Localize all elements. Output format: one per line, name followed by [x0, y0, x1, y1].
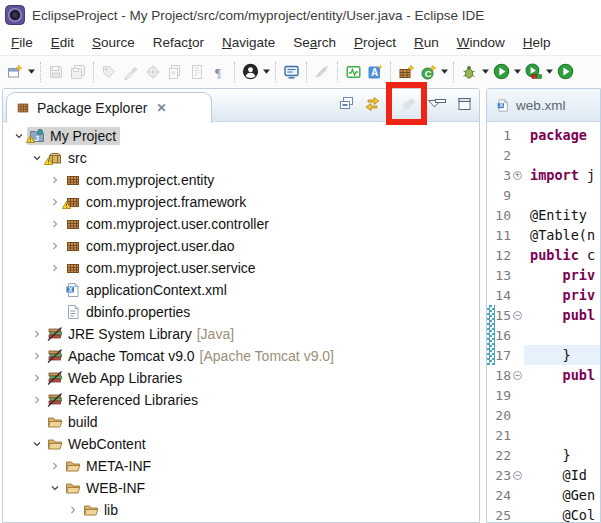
dropdown-caret-icon[interactable] — [512, 69, 522, 74]
package-icon — [65, 260, 81, 276]
tab-package-explorer[interactable]: Package Explorer ✕ — [6, 92, 212, 123]
fold-glyph: − — [513, 471, 522, 480]
dropdown-caret-icon[interactable] — [544, 69, 554, 74]
svg-text:J: J — [35, 134, 39, 143]
chevron-down-icon[interactable] — [29, 150, 45, 166]
tree-item-com-myproject-framework[interactable]: com.myproject.framework — [3, 191, 479, 213]
code-line-24: 24 @Gen — [487, 485, 600, 505]
menu-file[interactable]: File — [2, 32, 42, 53]
new-wizard-icon[interactable] — [4, 60, 26, 84]
menu-navigate[interactable]: Navigate — [213, 32, 284, 53]
new-class-icon[interactable]: C — [417, 60, 439, 84]
code-line-15: 15− publ — [487, 305, 600, 325]
expander-spacer — [29, 414, 45, 430]
document-icon — [186, 60, 208, 84]
tree-item-applicationcontext-xml[interactable]: XapplicationContext.xml — [3, 279, 479, 301]
toolbar-separator — [453, 62, 454, 82]
tree-item-my-project[interactable]: JMy Project — [3, 125, 479, 147]
package-explorer-panel: Package Explorer ✕ JMy Projectsrccom.myp… — [2, 88, 480, 523]
tree-item-com-myproject-entity[interactable]: com.myproject.entity — [3, 169, 479, 191]
dropdown-caret-icon[interactable] — [26, 69, 36, 74]
tree-item-com-myproject-user-service[interactable]: com.myproject.user.service — [3, 257, 479, 279]
chevron-right-icon[interactable] — [47, 216, 63, 232]
pilcrow-icon[interactable]: ¶ — [208, 60, 230, 84]
chevron-right-icon[interactable] — [29, 392, 45, 408]
coverage-icon[interactable] — [522, 60, 544, 84]
run-icon[interactable] — [490, 60, 512, 84]
debug-icon[interactable] — [458, 60, 480, 84]
highlight-rectangle — [386, 82, 427, 125]
link-editor-icon[interactable] — [363, 93, 381, 115]
chevron-right-icon[interactable] — [29, 326, 45, 342]
editor-tab-strip: X web.xml — [487, 89, 600, 122]
collapse-all-icon[interactable] — [338, 93, 356, 115]
tree-item-meta-inf[interactable]: META-INF — [3, 455, 479, 477]
tree-item-build[interactable]: build — [3, 411, 479, 433]
chevron-down-icon[interactable] — [29, 436, 45, 452]
chevron-right-icon[interactable] — [29, 370, 45, 386]
dropdown-caret-icon[interactable] — [261, 69, 271, 74]
tree-item-jre-system-library[interactable]: JRE System Library [Java] — [3, 323, 479, 345]
chevron-down-icon[interactable] — [47, 480, 63, 496]
minimize-icon[interactable] — [431, 93, 449, 115]
fold-expand-icon[interactable]: + — [511, 171, 524, 180]
code-text: package — [524, 127, 587, 143]
chevron-right-icon[interactable] — [47, 458, 63, 474]
chevron-right-icon[interactable] — [47, 172, 63, 188]
chevron-right-icon[interactable] — [47, 238, 63, 254]
tree-item-label: com.myproject.framework — [86, 194, 246, 210]
chevron-right-icon[interactable] — [47, 194, 63, 210]
line-number: 24 — [487, 488, 511, 503]
tree-item-referenced-libraries[interactable]: Referenced Libraries — [3, 389, 479, 411]
tree-item-com-myproject-user-dao[interactable]: com.myproject.user.dao — [3, 235, 479, 257]
code-line-13: 13 priv — [487, 265, 600, 285]
chevron-right-icon[interactable] — [47, 260, 63, 276]
tree-item-content: src — [45, 149, 91, 167]
dropdown-caret-icon[interactable] — [480, 69, 490, 74]
tree-item-apache-tomcat-v9-0[interactable]: Apache Tomcat v9.0 [Apache Tomcat v9.0] — [3, 345, 479, 367]
chevron-right-icon[interactable] — [65, 502, 81, 518]
svg-text:A: A — [371, 67, 378, 78]
dropdown-caret-icon[interactable] — [439, 69, 449, 74]
expander-spacer — [47, 304, 63, 320]
eclipse-logo-icon — [5, 5, 25, 25]
tree-item-webcontent[interactable]: WebContent — [3, 433, 479, 455]
console-icon[interactable] — [280, 60, 302, 84]
tree-item-lib[interactable]: lib — [3, 499, 479, 521]
menu-project[interactable]: Project — [345, 32, 405, 53]
fold-collapse-icon[interactable]: − — [511, 471, 524, 480]
expander-spacer — [47, 282, 63, 298]
tree-item-label: WebContent — [68, 436, 146, 452]
tree-item-label: applicationContext.xml — [86, 282, 227, 298]
code-editor[interactable]: 1package23+import j910@Entity11@Table(n1… — [487, 122, 600, 523]
fold-collapse-icon[interactable]: − — [511, 371, 524, 380]
tree-item-src[interactable]: src — [3, 147, 479, 169]
tab-label: Package Explorer — [37, 100, 148, 116]
activity-icon[interactable] — [342, 60, 364, 84]
menu-source[interactable]: Source — [83, 32, 144, 53]
menu-run[interactable]: Run — [405, 32, 448, 53]
tree-item-com-myproject-user-controller[interactable]: com.myproject.user.controller — [3, 213, 479, 235]
main-toolbar: ¶AC — [0, 56, 601, 87]
close-icon[interactable]: ✕ — [157, 101, 167, 115]
annotation-a-icon[interactable]: A — [364, 60, 386, 84]
tree-item-web-inf[interactable]: WEB-INF — [3, 477, 479, 499]
fold-glyph: − — [513, 371, 522, 380]
menu-edit[interactable]: Edit — [42, 32, 83, 53]
fold-collapse-icon[interactable]: − — [511, 311, 524, 320]
chevron-right-icon[interactable] — [29, 348, 45, 364]
user-avatar-icon[interactable] — [239, 60, 261, 84]
new-package-icon[interactable] — [395, 60, 417, 84]
tree-item-dbinfo-properties[interactable]: dbinfo.properties — [3, 301, 479, 323]
menu-search[interactable]: Search — [284, 32, 345, 53]
maximize-icon[interactable] — [455, 93, 473, 115]
chevron-down-icon[interactable] — [11, 128, 27, 144]
library-icon — [47, 392, 63, 408]
menu-refactor[interactable]: Refactor — [144, 32, 213, 53]
tab-web-xml[interactable]: web.xml — [516, 98, 566, 113]
menu-window[interactable]: Window — [448, 32, 514, 53]
tree-item-web-app-libraries[interactable]: Web App Libraries — [3, 367, 479, 389]
line-number: 25 — [487, 508, 511, 523]
menu-help[interactable]: Help — [514, 32, 560, 53]
profile-icon[interactable] — [554, 60, 576, 84]
